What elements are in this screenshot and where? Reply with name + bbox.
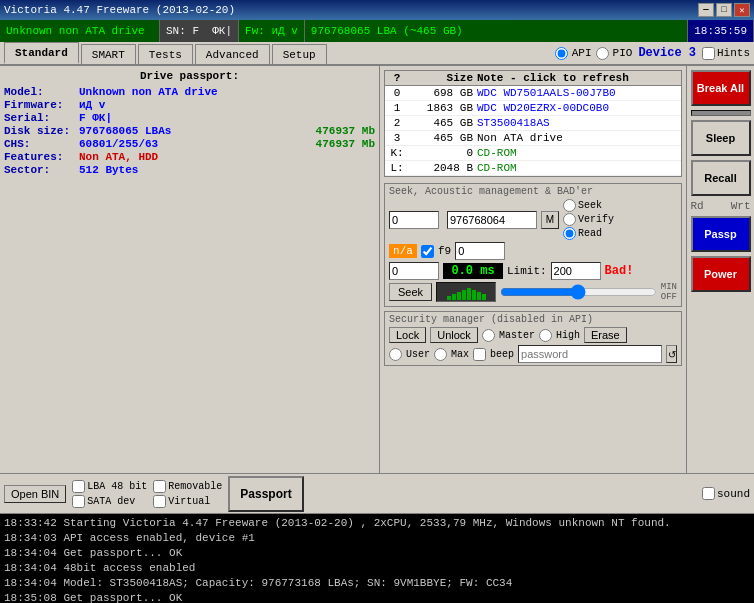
seek-from2-input[interactable]: [389, 262, 439, 280]
seek-na-display: n/a: [389, 244, 417, 258]
seek-row-4: Seek: [389, 282, 677, 302]
radio-verify[interactable]: [563, 213, 576, 226]
drive-list-row[interactable]: L:2048 BCD-ROM: [385, 161, 681, 176]
unlock-button[interactable]: Unlock: [430, 327, 478, 343]
drive-list-row[interactable]: 11863 GBWDC WD20EZRX-00DC0B0: [385, 101, 681, 116]
virtual-row: Virtual: [153, 495, 222, 508]
sector-label: Sector:: [4, 164, 79, 176]
api-label: API: [572, 47, 592, 59]
drive-list-row[interactable]: 2465 GBST3500418AS: [385, 116, 681, 131]
checkboxes-left: LBA 48 bit SATA dev: [72, 480, 147, 508]
user-radio[interactable]: [389, 348, 402, 361]
sound-checkbox[interactable]: [702, 487, 715, 500]
device-label: Device 3: [638, 46, 696, 60]
radio-read[interactable]: [563, 227, 576, 240]
center-panel: ? Size Note - click to refresh 0698 GBWD…: [380, 66, 686, 473]
password-input[interactable]: [518, 345, 662, 363]
lock-button[interactable]: Lock: [389, 327, 426, 343]
rpm-display: [436, 282, 496, 302]
drive-list-row[interactable]: 3465 GBNon ATA drive: [385, 131, 681, 146]
virtual-label: Virtual: [168, 496, 210, 507]
bad-label: Bad!: [605, 264, 634, 278]
seek-m-button[interactable]: M: [541, 211, 559, 229]
security-row-2: User Max beep ↺: [389, 345, 677, 363]
lba48-row: LBA 48 bit: [72, 480, 147, 493]
seek-button[interactable]: Seek: [389, 283, 432, 301]
close-button[interactable]: ✕: [734, 3, 750, 17]
min-off-labels: MIN OFF: [661, 282, 677, 302]
user-max-group: User Max beep: [389, 348, 514, 361]
passport-row-model: Model: Unknown non ATA drive: [4, 86, 375, 98]
log-line: 18:34:04 Model: ST3500418AS; Capacity: 9…: [4, 576, 750, 591]
seek-slider-container: [500, 284, 657, 300]
seek-count-input[interactable]: [455, 242, 505, 260]
hints-label: Hints: [717, 47, 750, 59]
maximize-button[interactable]: □: [716, 3, 732, 17]
model-value: Unknown non ATA drive: [79, 86, 218, 98]
recall-button[interactable]: Recall: [691, 160, 751, 196]
sound-area: sound: [702, 487, 750, 500]
drive-name[interactable]: Unknown non ATA drive: [0, 20, 160, 42]
beep-checkbox[interactable]: [473, 348, 486, 361]
tab-advanced[interactable]: Advanced: [195, 44, 270, 64]
passp-button[interactable]: Passp: [691, 216, 751, 252]
master-radio[interactable]: [482, 329, 495, 342]
minimize-button[interactable]: —: [698, 3, 714, 17]
passport-row-firmware: Firmware: иД v: [4, 99, 375, 111]
api-radio[interactable]: [555, 47, 568, 60]
rd-wrt-labels: Rd Wrt: [691, 200, 751, 212]
bottom-strip: Open BIN LBA 48 bit SATA dev Removable V…: [0, 473, 754, 513]
divider-bar: [691, 110, 751, 116]
drive-list-row[interactable]: 0698 GBWDC WD7501AALS-00J7B0: [385, 86, 681, 101]
high-radio[interactable]: [539, 329, 552, 342]
erase-button[interactable]: Erase: [584, 327, 627, 343]
seek-row-2: n/a f9: [389, 242, 677, 260]
satadev-label: SATA dev: [87, 496, 135, 507]
seek-from-input[interactable]: [389, 211, 439, 229]
features-value: Non ATA, HDD: [79, 151, 158, 163]
removable-checkbox[interactable]: [153, 480, 166, 493]
log-line: 18:34:04 48bit access enabled: [4, 561, 750, 576]
limit-input[interactable]: [551, 262, 601, 280]
seek-checkbox[interactable]: [421, 245, 434, 258]
satadev-checkbox[interactable]: [72, 495, 85, 508]
tab-tests[interactable]: Tests: [138, 44, 193, 64]
chs-value: 60801/255/63: [79, 138, 158, 150]
rpm-bar-3: [457, 292, 461, 300]
break-all-button[interactable]: Break All: [691, 70, 751, 106]
passport-button[interactable]: Passport: [228, 476, 303, 512]
security-refresh-button[interactable]: ↺: [666, 345, 677, 363]
tab-setup[interactable]: Setup: [272, 44, 327, 64]
rpm-bar-7: [477, 292, 481, 300]
drive-list-header: ? Size Note - click to refresh: [385, 71, 681, 86]
seek-slider[interactable]: [500, 284, 657, 300]
right-buttons-panel: Break All Sleep Recall Rd Wrt Passp Powe…: [686, 66, 754, 473]
max-radio[interactable]: [434, 348, 447, 361]
open-bin-button[interactable]: Open BIN: [4, 485, 66, 503]
api-pio-group: API PIO: [555, 47, 633, 60]
firmware-label: Firmware:: [4, 99, 79, 111]
removable-label: Removable: [168, 481, 222, 492]
hints-checkbox-area: Hints: [702, 47, 750, 60]
log-lines: 18:33:42 Starting Victoria 4.47 Freeware…: [4, 516, 750, 603]
tab-standard[interactable]: Standard: [4, 42, 79, 64]
drive-list-row[interactable]: K:0CD-ROM: [385, 146, 681, 161]
passport-row-disksize: Disk size: 976768065 LBAs 476937 Mb: [4, 125, 375, 137]
virtual-checkbox[interactable]: [153, 495, 166, 508]
seek-to-input[interactable]: [447, 211, 537, 229]
tab-smart[interactable]: SMART: [81, 44, 136, 64]
lba48-checkbox[interactable]: [72, 480, 85, 493]
power-button[interactable]: Power: [691, 256, 751, 292]
app-title: Victoria 4.47 Freeware (2013-02-20): [4, 4, 235, 16]
radio-seek[interactable]: [563, 199, 576, 212]
satadev-row: SATA dev: [72, 495, 147, 508]
hints-checkbox[interactable]: [702, 47, 715, 60]
seek-mode-radios: Seek Verify Read: [563, 199, 614, 240]
time-display: 18:35:59: [688, 20, 754, 42]
rpm-bar-8: [482, 294, 486, 300]
log-area: 18:33:42 Starting Victoria 4.47 Freeware…: [0, 513, 754, 603]
pio-radio[interactable]: [596, 47, 609, 60]
serial-label: Serial:: [4, 112, 79, 124]
sleep-button[interactable]: Sleep: [691, 120, 751, 156]
master-high-group: Master High: [482, 329, 580, 342]
